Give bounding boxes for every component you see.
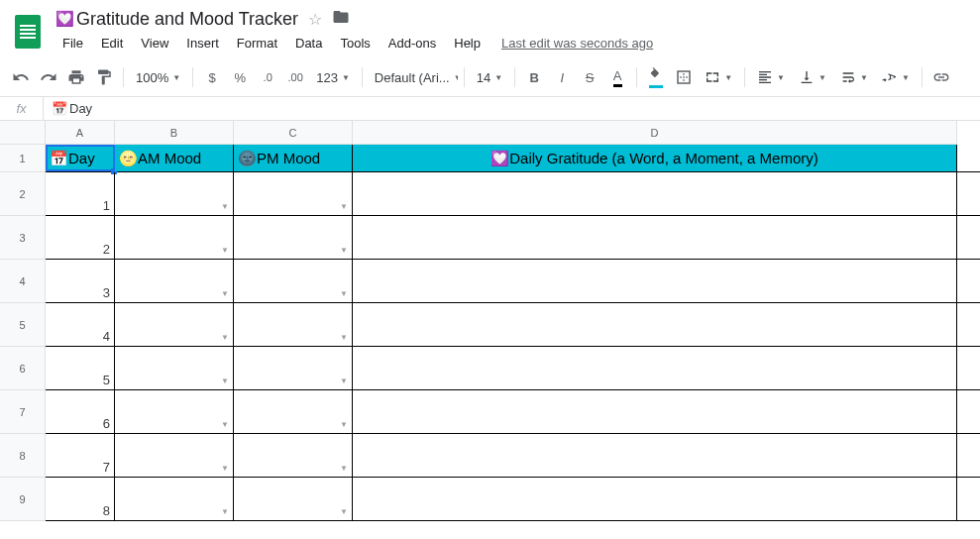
row-header-5[interactable]: 5 [0, 303, 45, 347]
cell-C2[interactable]: ▼ [234, 172, 353, 215]
menu-data[interactable]: Data [288, 32, 329, 54]
text-wrap-button[interactable]: ▼ [834, 67, 874, 87]
dropdown-arrow-icon[interactable]: ▼ [221, 202, 229, 211]
dropdown-arrow-icon[interactable]: ▼ [340, 420, 348, 429]
fill-color-button[interactable] [643, 64, 669, 90]
font-select[interactable]: Default (Ari...▼ [369, 68, 458, 87]
cell-B1[interactable]: 🌝AM Mood [115, 145, 234, 171]
strikethrough-button[interactable]: S [577, 64, 602, 90]
menu-format[interactable]: Format [230, 32, 284, 54]
row-header-8[interactable]: 8 [0, 434, 45, 478]
cell-B7[interactable]: ▼ [115, 390, 234, 433]
cell-C7[interactable]: ▼ [234, 390, 353, 433]
cell-B3[interactable]: ▼ [115, 216, 234, 259]
dropdown-arrow-icon[interactable]: ▼ [221, 420, 229, 429]
merge-cells-button[interactable]: ▼ [699, 67, 738, 87]
decrease-decimal-button[interactable]: .0 [255, 64, 280, 90]
more-formats-select[interactable]: 123▼ [310, 68, 356, 87]
increase-decimal-button[interactable]: .00 [282, 64, 308, 90]
cell-D1[interactable]: 💟Daily Gratitude (a Word, a Moment, a Me… [353, 145, 957, 171]
menu-edit[interactable]: Edit [94, 32, 130, 54]
col-header-C[interactable]: C [234, 121, 353, 144]
row-header-6[interactable]: 6 [0, 347, 45, 390]
select-all-corner[interactable] [0, 121, 46, 145]
cell-B8[interactable]: ▼ [115, 434, 234, 477]
cell-A7[interactable]: 6 [46, 390, 115, 433]
cell-B4[interactable]: ▼ [115, 260, 234, 302]
dropdown-arrow-icon[interactable]: ▼ [340, 377, 348, 385]
dropdown-arrow-icon[interactable]: ▼ [221, 464, 229, 473]
text-color-button[interactable]: A [604, 64, 630, 90]
dropdown-arrow-icon[interactable]: ▼ [340, 246, 348, 255]
doc-title[interactable]: 💟 Gratitude and Mood Tracker [55, 9, 298, 30]
cell-B6[interactable]: ▼ [115, 347, 234, 389]
row-header-1[interactable]: 1 [0, 145, 45, 172]
cell-D9[interactable] [353, 478, 957, 520]
cell-B5[interactable]: ▼ [115, 303, 234, 346]
row-header-7[interactable]: 7 [0, 390, 45, 434]
dropdown-arrow-icon[interactable]: ▼ [221, 333, 229, 342]
menu-help[interactable]: Help [447, 32, 488, 54]
star-icon[interactable]: ☆ [308, 10, 322, 29]
cell-A3[interactable]: 2 [46, 216, 115, 259]
dropdown-arrow-icon[interactable]: ▼ [221, 289, 229, 298]
insert-link-button[interactable] [928, 64, 954, 90]
cell-C5[interactable]: ▼ [234, 303, 353, 346]
dropdown-arrow-icon[interactable]: ▼ [340, 333, 348, 342]
bold-button[interactable]: B [521, 64, 547, 90]
cell-D6[interactable] [353, 347, 957, 389]
horizontal-align-button[interactable]: ▼ [751, 67, 791, 87]
col-header-D[interactable]: D [353, 121, 957, 144]
col-header-B[interactable]: B [115, 121, 234, 144]
dropdown-arrow-icon[interactable]: ▼ [340, 507, 348, 516]
print-button[interactable] [63, 64, 89, 90]
cell-A5[interactable]: 4 [46, 303, 115, 346]
borders-button[interactable] [671, 64, 697, 90]
cell-C9[interactable]: ▼ [234, 478, 353, 520]
cell-C6[interactable]: ▼ [234, 347, 353, 389]
cell-A9[interactable]: 8 [46, 478, 115, 520]
row-header-2[interactable]: 2 [0, 172, 45, 216]
cell-B2[interactable]: ▼ [115, 172, 234, 215]
sheets-logo[interactable] [8, 12, 48, 52]
dropdown-arrow-icon[interactable]: ▼ [340, 202, 348, 211]
folder-icon[interactable] [332, 8, 350, 30]
cell-A6[interactable]: 5 [46, 347, 115, 389]
font-size-select[interactable]: 14▼ [471, 68, 508, 87]
menu-addons[interactable]: Add-ons [381, 32, 443, 54]
redo-button[interactable] [36, 64, 61, 90]
undo-button[interactable] [8, 64, 34, 90]
cell-C1[interactable]: 🌚PM Mood [234, 145, 353, 171]
row-header-4[interactable]: 4 [0, 260, 45, 303]
menu-insert[interactable]: Insert [179, 32, 226, 54]
cell-B9[interactable]: ▼ [115, 478, 234, 520]
menu-tools[interactable]: Tools [333, 32, 377, 54]
cell-A1[interactable]: 📅Day [46, 145, 115, 171]
format-currency-button[interactable]: $ [199, 64, 225, 90]
vertical-align-button[interactable]: ▼ [793, 67, 832, 87]
cell-A8[interactable]: 7 [46, 434, 115, 477]
cell-D7[interactable] [353, 390, 957, 433]
cell-D5[interactable] [353, 303, 957, 346]
row-header-3[interactable]: 3 [0, 216, 45, 260]
paint-format-button[interactable] [91, 64, 117, 90]
dropdown-arrow-icon[interactable]: ▼ [221, 377, 229, 385]
cell-A2[interactable]: 1 [46, 172, 115, 215]
cell-D2[interactable] [353, 172, 957, 215]
cell-D4[interactable] [353, 260, 957, 302]
menu-file[interactable]: File [55, 32, 90, 54]
dropdown-arrow-icon[interactable]: ▼ [340, 464, 348, 473]
cell-A4[interactable]: 3 [46, 260, 115, 302]
last-edit-link[interactable]: Last edit was seconds ago [501, 36, 653, 51]
cell-C4[interactable]: ▼ [234, 260, 353, 302]
menu-view[interactable]: View [134, 32, 175, 54]
cell-D3[interactable] [353, 216, 957, 259]
formula-input[interactable]: 📅 Day [44, 101, 100, 116]
row-header-9[interactable]: 9 [0, 478, 45, 521]
text-rotation-button[interactable]: ▼ [876, 67, 916, 87]
dropdown-arrow-icon[interactable]: ▼ [221, 246, 229, 255]
dropdown-arrow-icon[interactable]: ▼ [221, 507, 229, 516]
cell-C3[interactable]: ▼ [234, 216, 353, 259]
zoom-select[interactable]: 100%▼ [130, 68, 186, 87]
dropdown-arrow-icon[interactable]: ▼ [340, 289, 348, 298]
